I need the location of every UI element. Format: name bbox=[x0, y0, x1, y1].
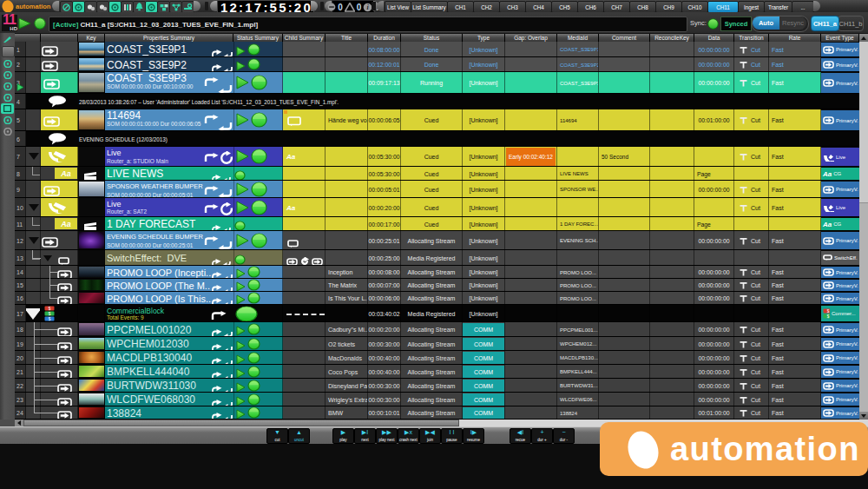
svg-text:$: $ bbox=[827, 309, 830, 314]
svg-text:$: $ bbox=[49, 317, 51, 321]
svg-text:$: $ bbox=[827, 314, 830, 319]
svg-text:$: $ bbox=[49, 312, 51, 316]
svg-text:$: $ bbox=[49, 307, 51, 311]
